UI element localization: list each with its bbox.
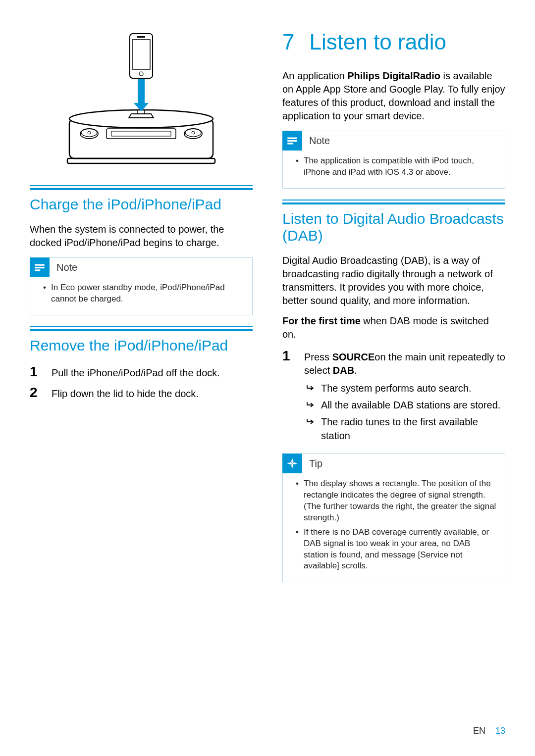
svg-rect-21 — [287, 138, 297, 139]
heading-dab: Listen to Digital Audio Broadcasts (DAB) — [282, 202, 505, 244]
right-column: 7 Listen to radio An application Philips… — [282, 30, 505, 596]
step-number: 2 — [30, 385, 40, 401]
charge-body-text: When the system is connected to power, t… — [30, 223, 253, 250]
tip-icon — [282, 454, 302, 473]
svg-marker-24 — [291, 458, 293, 463]
step-text: Pull the iPhone/iPod/iPad off the dock. — [52, 366, 253, 380]
heading-remove: Remove the iPod/iPhone/iPad — [30, 329, 253, 354]
intro-bold: Philips DigitalRadio — [347, 70, 440, 81]
result-list: The system performs auto search. All the… — [304, 381, 505, 443]
svg-rect-12 — [138, 79, 145, 103]
arrow-right-icon — [306, 385, 315, 392]
svg-rect-20 — [35, 269, 40, 271]
result-item: The system performs auto search. — [304, 381, 505, 395]
tip-item: The display shows a rectangle. The posit… — [296, 478, 497, 524]
tip-title: Tip — [309, 458, 322, 469]
left-column: Charge the iPod/iPhone/iPad When the sys… — [30, 30, 253, 596]
list-item: 1 Press SOURCEon the main unit repeatedl… — [282, 348, 505, 446]
arrow-right-icon — [306, 402, 315, 408]
dock-illustration — [50, 30, 233, 168]
dab-body-text: Digital Audio Broadcasting (DAB), is a w… — [282, 254, 505, 307]
tip-item: If there is no DAB coverage currently av… — [296, 527, 497, 572]
svg-rect-22 — [287, 140, 297, 142]
svg-marker-27 — [292, 462, 298, 464]
svg-marker-26 — [287, 462, 292, 464]
intro-pre: An application — [282, 70, 347, 81]
first-time-text: For the first time when DAB mode is swit… — [282, 314, 505, 341]
chapter-number: 7 — [282, 30, 294, 54]
arrow-right-icon — [306, 418, 315, 425]
note-box-charge: Note In Eco power standby mode, iPod/iPh… — [30, 257, 253, 315]
intro-text: An application Philips DigitalRadio is a… — [282, 69, 505, 123]
step-number: 1 — [30, 364, 40, 380]
svg-rect-23 — [287, 143, 293, 144]
note-icon — [30, 257, 50, 277]
result-item: The radio tunes to the first available s… — [304, 415, 505, 443]
result-item: All the available DAB stations are store… — [304, 398, 505, 412]
first-time-bold: For the first time — [282, 315, 361, 326]
svg-rect-4 — [111, 131, 171, 136]
footer-page-number: 13 — [495, 726, 505, 736]
chapter-heading: 7 Listen to radio — [282, 30, 505, 54]
page-footer: EN 13 — [473, 726, 505, 736]
svg-point-10 — [192, 131, 195, 134]
note-item: The application is compatible with iPod … — [296, 155, 497, 178]
list-item: 1 Pull the iPhone/iPod/iPad off the dock… — [30, 364, 253, 380]
step-number: 1 — [282, 348, 292, 364]
note-item: In Eco power standby mode, iPod/iPhone/i… — [43, 282, 244, 305]
note-title: Note — [56, 262, 77, 273]
dock-svg — [50, 30, 233, 168]
svg-rect-3 — [107, 129, 176, 139]
svg-marker-25 — [291, 463, 293, 469]
note-title: Note — [309, 135, 330, 147]
dab-steps-list: 1 Press SOURCEon the main unit repeatedl… — [282, 348, 505, 446]
svg-point-2 — [69, 110, 213, 128]
step-text: Flip down the lid to hide the dock. — [52, 387, 253, 401]
svg-rect-17 — [137, 36, 145, 38]
svg-rect-19 — [35, 267, 45, 268]
heading-charge: Charge the iPod/iPhone/iPad — [30, 188, 253, 213]
note-icon — [282, 131, 302, 151]
footer-lang: EN — [473, 726, 485, 736]
svg-rect-18 — [35, 264, 45, 266]
tip-box: Tip The display shows a rectangle. The p… — [282, 454, 505, 583]
chapter-title: Listen to radio — [309, 30, 446, 54]
note-box-app: Note The application is compatible with … — [282, 131, 505, 189]
list-item: 2 Flip down the lid to hide the dock. — [30, 385, 253, 401]
remove-steps-list: 1 Pull the iPhone/iPod/iPad off the dock… — [30, 364, 253, 401]
svg-point-7 — [88, 131, 91, 134]
step-text: Press SOURCEon the main unit repeatedly … — [304, 351, 505, 446]
svg-rect-1 — [67, 158, 215, 163]
